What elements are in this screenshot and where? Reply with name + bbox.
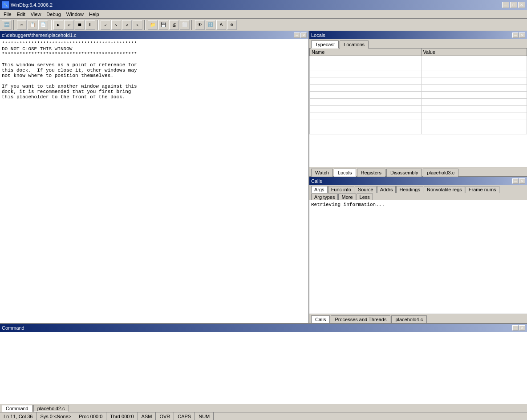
separator-3 xyxy=(97,20,99,30)
status-ln-col: Ln 11, Col 36 xyxy=(0,412,36,420)
table-row xyxy=(310,63,527,70)
calls-panel-title: Calls xyxy=(311,178,322,184)
restore-button[interactable]: □ xyxy=(510,2,517,8)
tool-restart[interactable]: ↩ xyxy=(64,20,74,30)
command-content xyxy=(0,332,527,404)
menu-debug[interactable]: Debug xyxy=(44,11,63,18)
separator-1 xyxy=(13,20,15,30)
tab-watch[interactable]: Watch xyxy=(311,169,333,177)
tab-locals[interactable]: Locals xyxy=(334,169,356,177)
tool-stop[interactable]: ⏹ xyxy=(75,20,85,30)
tool-paste[interactable]: 📄 xyxy=(38,20,48,30)
command-panel: Command ─ ✕ Command placehold2.c xyxy=(0,323,527,412)
minimize-button[interactable]: ─ xyxy=(502,2,509,8)
tool-stepin[interactable]: ↙ xyxy=(101,20,110,30)
locals-close-btn[interactable]: ✕ xyxy=(519,32,525,38)
source-restore-btn[interactable]: ─ xyxy=(294,32,300,38)
locals-table-content: Name Value xyxy=(309,48,527,167)
tool-font[interactable]: A xyxy=(216,20,226,30)
menu-window[interactable]: Window xyxy=(64,11,86,18)
tool-new[interactable]: 🆕 xyxy=(2,20,12,30)
tab-disassembly[interactable]: Disassembly xyxy=(386,169,422,177)
calls-panel: Calls ─ ✕ Args Func info Source Addrs He… xyxy=(309,177,527,323)
tool-cut[interactable]: ✂ xyxy=(17,20,27,30)
tab-placehold2[interactable]: placehold2.c xyxy=(33,405,69,412)
source-panel-titlebar: c:\debuggers\themes\placehold1.c ─ ✕ xyxy=(0,31,308,39)
menu-bar: File Edit View Debug Window Help xyxy=(0,10,527,19)
command-panel-title: Command xyxy=(2,325,24,331)
status-sys: Sys 0:<None> xyxy=(36,412,75,420)
locals-table: Name Value xyxy=(309,48,527,134)
table-row xyxy=(310,99,527,106)
command-restore-btn[interactable]: ─ xyxy=(512,325,519,331)
tool-options[interactable]: ⚙ xyxy=(227,20,237,30)
tab-nonvolatile[interactable]: Nonvolatile regs xyxy=(424,186,465,193)
source-panel-title: c:\debuggers\themes\placehold1.c xyxy=(2,32,77,38)
tab-locations[interactable]: Locations xyxy=(340,40,369,48)
menu-edit[interactable]: Edit xyxy=(14,11,28,18)
tool-save[interactable]: 💾 xyxy=(158,20,168,30)
tab-args[interactable]: Args xyxy=(311,186,328,193)
locals-panel-titlebar: Locals ─ ✕ xyxy=(309,31,527,39)
status-caps: CAPS xyxy=(174,412,195,420)
tool-stepover[interactable]: ↘ xyxy=(111,20,121,30)
tab-funcinfo[interactable]: Func info xyxy=(328,186,354,193)
separator-2 xyxy=(50,20,52,30)
tab-more[interactable]: More xyxy=(338,194,356,200)
status-bar: Ln 11, Col 36 Sys 0:<None> Proc 000:0 Th… xyxy=(0,412,527,420)
calls-close-btn[interactable]: ✕ xyxy=(519,178,525,184)
status-ovr: OVR xyxy=(156,412,174,420)
command-panel-titlebar: Command ─ ✕ xyxy=(0,324,527,332)
tool-break[interactable]: ⏸ xyxy=(85,20,95,30)
status-proc: Proc 000:0 xyxy=(75,412,106,420)
menu-view[interactable]: View xyxy=(28,11,44,18)
status-thrd: Thrd 000:0 xyxy=(106,412,138,420)
typecast-tab-bar: Typecast Locations xyxy=(309,39,527,48)
tab-addrs[interactable]: Addrs xyxy=(377,186,396,193)
table-row xyxy=(310,106,527,113)
tab-processes-threads[interactable]: Processes and Threads xyxy=(331,315,390,323)
table-row xyxy=(310,85,527,92)
tab-typecast[interactable]: Typecast xyxy=(311,40,339,48)
menu-file[interactable]: File xyxy=(1,11,14,18)
table-row xyxy=(310,70,527,77)
command-bottom-tabs: Command placehold2.c xyxy=(0,404,527,412)
status-num: NUM xyxy=(195,412,214,420)
separator-4 xyxy=(144,20,146,30)
tool-runtocursor[interactable]: ↖ xyxy=(133,20,142,30)
tab-calls[interactable]: Calls xyxy=(311,315,330,323)
tool-watch[interactable]: 👁 xyxy=(195,20,205,30)
tab-placehold4[interactable]: placehold4.c xyxy=(391,315,427,323)
tab-less[interactable]: Less xyxy=(357,194,373,200)
tab-framenums[interactable]: Frame nums xyxy=(466,186,499,193)
tab-placehold3[interactable]: placehold3.c xyxy=(423,169,458,177)
tab-source[interactable]: Source xyxy=(355,186,377,193)
table-row xyxy=(310,56,527,63)
command-close-btn[interactable]: ✕ xyxy=(519,325,525,331)
locals-panel-title: Locals xyxy=(311,32,325,38)
separator-5 xyxy=(191,20,193,30)
right-panel: Locals ─ ✕ Typecast Locations xyxy=(309,31,527,323)
close-button[interactable]: ✕ xyxy=(518,2,525,8)
tool-open-src[interactable]: 📁 xyxy=(148,20,158,30)
calls-restore-btn[interactable]: ─ xyxy=(512,178,519,184)
tab-headings[interactable]: Headings xyxy=(396,186,423,193)
tab-argtypes[interactable]: Arg types xyxy=(311,194,338,200)
tool-copy[interactable]: 📋 xyxy=(28,20,37,30)
table-row xyxy=(310,127,527,134)
tab-registers[interactable]: Registers xyxy=(357,169,385,177)
source-content: ****************************************… xyxy=(0,39,308,323)
table-row xyxy=(310,120,527,127)
tool-stepout[interactable]: ↗ xyxy=(122,20,132,30)
tab-command[interactable]: Command xyxy=(2,405,32,412)
tool-locals[interactable]: 🔢 xyxy=(206,20,215,30)
title-bar: 🔧 WinDbg:6.4.0006.2 ─ □ ✕ xyxy=(0,0,527,10)
tool-find[interactable]: ⬜ xyxy=(180,20,190,30)
tool-print[interactable]: 🖨 xyxy=(169,20,179,30)
menu-help[interactable]: Help xyxy=(86,11,102,18)
app-title: WinDbg:6.4.0006.2 xyxy=(11,2,53,8)
calls-content: Retrieving information... xyxy=(309,200,527,314)
tool-go[interactable]: ▶ xyxy=(53,20,63,30)
source-close-btn[interactable]: ✕ xyxy=(300,32,307,38)
locals-restore-btn[interactable]: ─ xyxy=(512,32,519,38)
